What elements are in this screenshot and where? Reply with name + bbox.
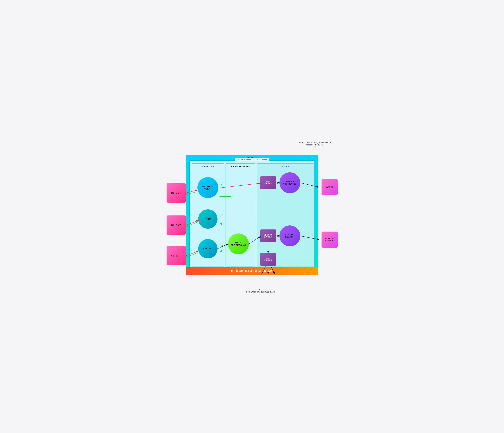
sources-label: SOURCES — [192, 165, 224, 168]
external-elastic-search: ELASTICSEARCH — [322, 231, 338, 248]
external-aws-s3: AWS S3 — [322, 179, 338, 195]
top-annotation-line1: LARGE, LONG-LIVED, COMPRESSED — [297, 142, 331, 144]
transforms-label: TRANSFORMS — [226, 165, 255, 168]
circle-http: HTTP — [198, 209, 217, 229]
client-box-3: CLIENT — [167, 246, 186, 265]
sinks-label: SINKS — [257, 165, 314, 168]
sink-disk-buffer-bottom: DISKBUFFER — [260, 253, 276, 266]
top-brace: ⎴ — [297, 147, 331, 149]
sink-disk-buffer-top: DISKBUFFER — [260, 176, 276, 189]
bottom-annotation: ⎵ LOW-LATENCY, SAMPLED DATA — [246, 288, 275, 293]
block-storage-disk: BLOCK STORAGE DISK — [186, 267, 318, 275]
circle-data-processing: DATAPROCESSING — [228, 233, 249, 254]
sink-memory-buffer: MEMORYBUFFER — [260, 230, 276, 242]
diagram-wrapper: LARGE, LONG-LIVED, COMPRESSED BATCHES OF… — [164, 140, 341, 293]
top-annotation: LARGE, LONG-LIVED, COMPRESSED BATCHES OF… — [297, 142, 331, 149]
opw-label: OPW CONFIGURATION — [235, 158, 269, 161]
bottom-annotation-text: LOW-LATENCY, SAMPLED DATA — [246, 291, 275, 293]
circle-elastic-search: ELASTICSEARCH — [279, 225, 300, 246]
client-box-1: CLIENT — [167, 183, 186, 203]
circle-syslog: SYSLOG — [198, 239, 217, 258]
bottom-brace: ⎵ — [246, 288, 275, 290]
circle-aws-s3-archieving: AWS S3ARCHIEVING — [279, 172, 300, 193]
client-box-2: CLIENT — [167, 215, 186, 235]
circle-datadog-agent: DATADOGAGENT — [198, 177, 218, 198]
